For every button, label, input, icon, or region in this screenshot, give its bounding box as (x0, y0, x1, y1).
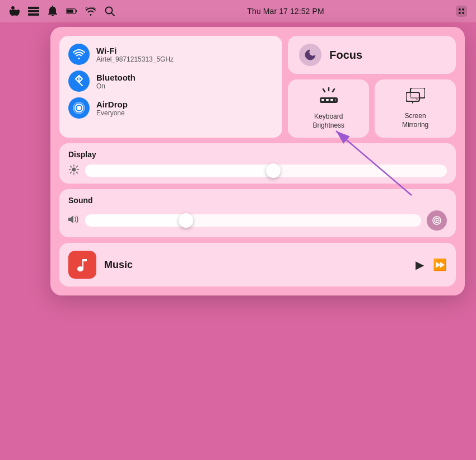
svg-point-9 (462, 8, 464, 11)
svg-point-29 (72, 168, 76, 172)
fast-forward-button[interactable]: ⏩ (433, 258, 447, 271)
sound-slider-row (68, 210, 447, 231)
wifi-item[interactable]: Wi-Fi Airtel_9871215313_5GHz (68, 44, 273, 65)
control-center-toggle[interactable] (456, 6, 467, 17)
wifi-text: Wi-Fi Airtel_9871215313_5GHz (96, 46, 174, 63)
display-section: Display (59, 143, 456, 184)
focus-label: Focus (329, 49, 362, 62)
search-menubar-icon[interactable] (104, 6, 115, 17)
music-section: Music ▶ ⏩ (59, 243, 456, 287)
bluetooth-label: Bluetooth (96, 73, 136, 82)
svg-rect-0 (28, 7, 39, 9)
svg-point-12 (77, 106, 81, 110)
wifi-menubar-icon[interactable] (85, 6, 96, 17)
control-center-panel: Wi-Fi Airtel_9871215313_5GHz Bluetooth (50, 27, 465, 295)
display-slider-row (68, 165, 447, 177)
play-button[interactable]: ▶ (416, 258, 424, 271)
sound-slider[interactable] (85, 214, 421, 227)
taskbar-icon[interactable] (28, 6, 39, 17)
airdrop-status: Everyone (96, 109, 128, 117)
focus-moon-icon (299, 44, 321, 66)
svg-rect-5 (76, 10, 77, 12)
brightness-icon (68, 165, 80, 177)
screen-mirroring-icon (406, 88, 425, 107)
bluetooth-icon-circle (68, 71, 90, 92)
airdrop-icon-circle (68, 97, 90, 119)
svg-rect-1 (28, 10, 39, 12)
screen-mirroring-label: ScreenMirroring (402, 112, 428, 129)
apple-menu-icon[interactable] (9, 6, 20, 17)
wifi-label: Wi-Fi (96, 46, 174, 55)
display-label: Display (68, 150, 447, 159)
svg-line-16 (323, 89, 325, 92)
volume-icon (68, 215, 80, 226)
airplay-button[interactable] (427, 210, 447, 231)
notification-icon[interactable] (47, 6, 58, 17)
music-label: Music (104, 259, 408, 271)
bluetooth-status: On (96, 82, 136, 90)
screen-mirroring-tile[interactable]: ScreenMirroring (375, 79, 456, 138)
airdrop-text: AirDrop Everyone (96, 100, 128, 117)
airdrop-label: AirDrop (96, 100, 128, 109)
svg-rect-19 (321, 99, 324, 101)
music-controls: ▶ ⏩ (416, 258, 447, 271)
svg-line-36 (76, 166, 77, 167)
svg-rect-22 (335, 99, 335, 101)
sound-label: Sound (68, 196, 447, 205)
wifi-network-name: Airtel_9871215313_5GHz (96, 55, 174, 63)
right-tiles: Focus (288, 36, 456, 138)
svg-rect-21 (330, 99, 333, 101)
svg-rect-2 (28, 13, 39, 16)
menubar: Thu Mar 17 12:52 PM (0, 0, 476, 22)
svg-line-7 (111, 13, 114, 16)
svg-line-37 (71, 172, 72, 173)
svg-rect-26 (406, 92, 419, 101)
keyboard-brightness-label: KeyboardBrightness (312, 112, 344, 130)
display-slider[interactable] (85, 165, 447, 177)
menubar-right (456, 6, 467, 17)
svg-rect-4 (67, 10, 73, 13)
music-app-icon (68, 251, 96, 279)
keyboard-brightness-icon (319, 87, 339, 108)
datetime-display: Thu Mar 17 12:52 PM (247, 7, 324, 16)
bottom-right-tiles: KeyboardBrightness (288, 79, 456, 138)
svg-point-10 (459, 12, 461, 14)
airdrop-item[interactable]: AirDrop Everyone (68, 97, 273, 119)
focus-tile[interactable]: Focus (288, 36, 456, 74)
wifi-icon-circle (68, 44, 90, 65)
menubar-left (9, 6, 115, 17)
svg-point-40 (436, 220, 438, 222)
top-row: Wi-Fi Airtel_9871215313_5GHz Bluetooth (59, 36, 456, 138)
network-tile: Wi-Fi Airtel_9871215313_5GHz Bluetooth (59, 36, 282, 138)
bluetooth-item[interactable]: Bluetooth On (68, 71, 273, 92)
keyboard-brightness-tile[interactable]: KeyboardBrightness (288, 79, 369, 138)
svg-rect-20 (326, 99, 329, 101)
svg-line-35 (76, 172, 77, 173)
svg-line-17 (333, 89, 334, 92)
svg-point-11 (462, 12, 464, 14)
bluetooth-text: Bluetooth On (96, 73, 136, 90)
sound-section: Sound (59, 189, 456, 237)
svg-line-34 (71, 166, 72, 167)
battery-icon[interactable] (66, 6, 77, 17)
svg-point-8 (459, 8, 461, 11)
